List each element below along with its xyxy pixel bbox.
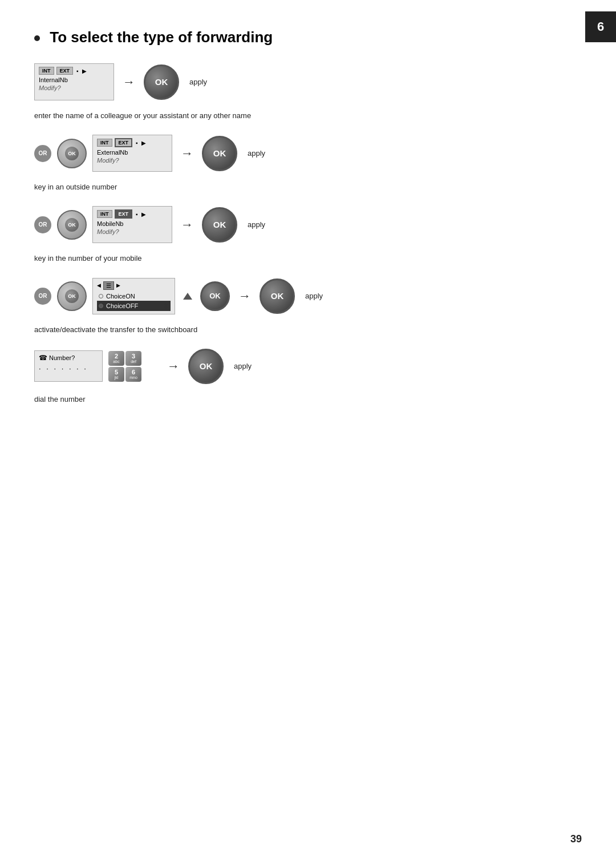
screen-icon-battery-2: ▪ <box>136 140 138 146</box>
choice-nav-left: ◀ <box>97 282 101 288</box>
instruction-row-1: INT EXT ▪ ▶ InternalNb Modify? → OK appl… <box>34 63 582 121</box>
keypad: 2 abc 3 def 5 jkl 6 mno <box>108 351 159 382</box>
choice-nav-right: ▶ <box>116 282 120 288</box>
bullet-icon <box>34 35 40 41</box>
arrow-icon-2: → <box>181 146 193 161</box>
ok-button-5[interactable]: OK <box>188 349 224 384</box>
choice-updown: ⇕ <box>163 302 169 310</box>
key-6: 6 mno <box>125 367 141 382</box>
nav-circle-2[interactable]: OK <box>57 139 87 168</box>
apply-text-2: apply <box>248 149 265 158</box>
choice-off-dot <box>99 304 103 308</box>
arrow-icon-4: → <box>238 289 251 304</box>
screen-choice: ◀ ☰ ▶ ChoiceON ChoiceOFF ⇕ <box>92 278 175 314</box>
screen-label-mobile: Modify? <box>97 228 168 235</box>
choice-off-label: ChoiceOFF <box>106 302 138 309</box>
ok-button-4a[interactable]: OK <box>200 281 230 311</box>
arrow-icon-1: → <box>123 75 135 90</box>
screen-label-external: Modify? <box>97 157 168 164</box>
screen-mobile: INT EXT ▪ ▶ MobileNb Modify? <box>92 206 172 243</box>
instruction-row-2: OR OK INT EXT ▪ ▶ ExternalNb Modify? → O… <box>34 135 582 192</box>
screen-icon-arrow-2: ▶ <box>141 140 146 146</box>
number-dots: · · · · · · · <box>39 364 98 373</box>
instruction-row-3: OR OK INT EXT ▪ ▶ MobileNb Modify? → OK … <box>34 206 582 264</box>
tab-int-3: INT <box>97 210 112 218</box>
desc-text-2: key in an outside number <box>34 182 582 192</box>
or-badge-3: OR <box>34 216 51 233</box>
ok-inner-2: OK <box>65 147 79 160</box>
screen-field-mobile: MobileNb <box>97 220 168 227</box>
choice-on-row: ChoiceON <box>97 292 171 301</box>
desc-text-3: key in the number of your mobile <box>34 253 582 264</box>
tab-ext-2: EXT <box>115 138 133 147</box>
apply-text-5: apply <box>234 362 252 370</box>
ok-inner-3: OK <box>65 218 79 232</box>
key-2: 2 abc <box>108 351 124 366</box>
arrow-icon-3: → <box>181 217 193 232</box>
ok-button-1[interactable]: OK <box>144 64 179 100</box>
instruction-row-5: ☎ Number? · · · · · · · 2 abc 3 def 5 jk… <box>34 349 582 405</box>
tab-int: INT <box>39 67 54 75</box>
desc-text-1: enter the name of a colleague or your as… <box>34 111 582 121</box>
screen-field-external: ExternalNb <box>97 149 168 156</box>
number-label: ☎ Number? <box>39 354 98 362</box>
key-5: 5 jkl <box>108 367 124 382</box>
page-number-bottom: 39 <box>570 833 582 845</box>
screen-external: INT EXT ▪ ▶ ExternalNb Modify? <box>92 135 172 172</box>
screen-number: ☎ Number? · · · · · · · <box>34 350 103 382</box>
choice-off-row: ChoiceOFF ⇕ <box>97 301 171 311</box>
screen-internal: INT EXT ▪ ▶ InternalNb Modify? <box>34 63 114 100</box>
or-badge-4: OR <box>34 288 51 305</box>
screen-icon-battery-3: ▪ <box>136 211 138 217</box>
tab-ext: EXT <box>56 67 74 75</box>
page-badge: 6 <box>585 11 616 42</box>
choice-on-dot <box>99 294 103 298</box>
apply-text-1: apply <box>189 78 207 86</box>
desc-text-4: activate/deactivate the transfer to the … <box>34 325 582 335</box>
apply-text-4: apply <box>305 292 323 300</box>
arrow-icon-5: → <box>167 359 180 374</box>
choice-on-label: ChoiceON <box>106 293 135 300</box>
screen-label-internal: Modify? <box>39 84 110 91</box>
nav-circle-4[interactable]: OK <box>57 281 87 311</box>
ok-inner-4: OK <box>65 289 79 303</box>
screen-icon-arrow-3: ▶ <box>141 211 146 217</box>
screen-icon-battery: ▪ <box>76 68 79 74</box>
instruction-row-4: OR OK ◀ ☰ ▶ ChoiceON ChoiceOFF ⇕ <box>34 278 582 335</box>
choice-icon: ☰ <box>103 281 114 290</box>
nav-circle-3[interactable]: OK <box>57 210 87 240</box>
or-badge-2: OR <box>34 145 51 162</box>
screen-icon-arrow: ▶ <box>82 68 87 74</box>
tab-int-2: INT <box>97 139 112 147</box>
screen-field-internal: InternalNb <box>39 76 110 83</box>
page-badge-number: 6 <box>597 19 604 34</box>
apply-text-3: apply <box>248 220 265 229</box>
ok-button-4b[interactable]: OK <box>260 278 295 314</box>
ok-button-3[interactable]: OK <box>202 207 237 243</box>
page-title: To select the type of forwarding <box>34 29 582 46</box>
key-3: 3 def <box>125 351 141 366</box>
desc-text-5: dial the number <box>34 394 582 405</box>
tri-up-icon <box>183 293 192 300</box>
tab-ext-3: EXT <box>115 209 133 219</box>
ok-button-2[interactable]: OK <box>202 136 237 171</box>
